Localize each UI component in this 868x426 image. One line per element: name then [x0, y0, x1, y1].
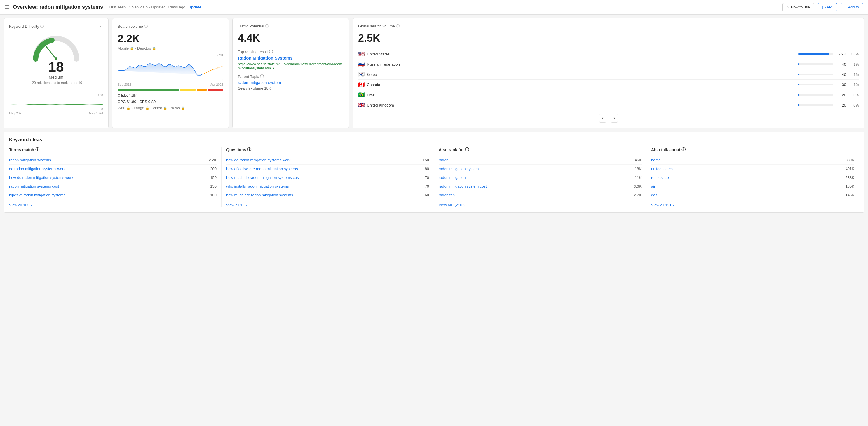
keyword-value: 200	[210, 167, 217, 171]
keyword-link[interactable]: how effective are radon mitigation syste…	[226, 167, 298, 171]
keyword-value: 11K	[635, 175, 642, 180]
top-ranking-result-title[interactable]: Radon Mitigation Systems	[238, 56, 343, 60]
kd-value: 18	[48, 59, 64, 75]
country-name: United States	[367, 52, 796, 56]
sv-axis-max: 2.9K	[217, 54, 223, 57]
svg-line-0	[45, 45, 56, 59]
country-name: Korea	[367, 72, 796, 77]
also-rank-for-view-all[interactable]: View all 1,210 ›	[439, 203, 642, 207]
tp-value: 4.4K	[238, 32, 343, 44]
also-rank-for-arrow: ›	[463, 203, 465, 207]
add-to-button[interactable]: + Add to	[841, 3, 863, 11]
country-flag: 🇨🇦	[358, 81, 365, 88]
country-value: 30	[836, 83, 846, 87]
kd-card-title: Keyword Difficulty ⓘ ⋮	[9, 24, 103, 29]
keyword-link[interactable]: types of radon mitigation systems	[9, 193, 65, 197]
keyword-value: 2.2K	[209, 158, 217, 162]
keyword-link[interactable]: radon mitigation system	[439, 167, 479, 171]
country-pct: 1%	[848, 62, 859, 67]
gsv-country-row: 🇺🇸 United States 2.2K 88%	[358, 49, 859, 59]
also-rank-for-help-icon[interactable]: ⓘ	[465, 147, 469, 152]
keyword-value: 80	[425, 167, 429, 171]
gsv-next-button[interactable]: ›	[611, 113, 618, 123]
also-talk-about-view-all[interactable]: View all 121 ›	[651, 203, 854, 207]
keyword-link[interactable]: radon mitigation systems cost	[9, 184, 59, 189]
keyword-link[interactable]: united states	[651, 167, 673, 171]
country-pct: 1%	[848, 83, 859, 87]
update-link[interactable]: Update	[189, 5, 202, 9]
terms-match-view-all[interactable]: View all 105 ›	[9, 203, 217, 207]
kd-ref: ~20 ref. domains to rank in top 10	[30, 81, 82, 85]
terms-match-column: Terms match ⓘ radon mitigation systems 2…	[9, 147, 221, 207]
keyword-link[interactable]: who installs radon mitigation systems	[226, 184, 289, 189]
terms-match-title: Terms match ⓘ	[9, 147, 217, 152]
sv-help-icon[interactable]: ⓘ	[144, 24, 148, 29]
gsv-prev-button[interactable]: ‹	[599, 113, 606, 123]
gsv-card-title: Global search volume ⓘ	[358, 24, 859, 29]
also-talk-about-title: Also talk about ⓘ	[651, 147, 854, 152]
keyword-link[interactable]: real estate	[651, 175, 669, 180]
country-flag: 🇧🇷	[358, 92, 365, 98]
keyword-value: 150	[210, 175, 217, 180]
keyword-link[interactable]: how much do radon mitigation systems cos…	[226, 175, 300, 180]
keyword-link[interactable]: how much are radon mitigation systems	[226, 193, 293, 197]
keyword-link[interactable]: home	[651, 158, 661, 162]
questions-title: Questions ⓘ	[226, 147, 429, 152]
keyword-ideas-grid: Terms match ⓘ radon mitigation systems 2…	[9, 147, 859, 207]
country-pct: 0%	[848, 93, 859, 97]
list-item: who installs radon mitigation systems 70	[226, 182, 429, 191]
keyword-link[interactable]: radon mitigation system cost	[439, 184, 487, 189]
keyword-link[interactable]: radon fan	[439, 193, 455, 197]
header-meta: First seen 14 Sep 2015 · Updated 3 days …	[109, 5, 202, 9]
terms-match-items: radon mitigation systems 2.2K do radon m…	[9, 156, 217, 199]
keyword-value: 46K	[635, 158, 642, 162]
keyword-link[interactable]: how do radon mitigation systems work	[9, 175, 73, 180]
country-bar-fill	[798, 94, 799, 96]
how-to-use-button[interactable]: ? How to use	[782, 3, 814, 11]
list-item: types of radon mitigation systems 100	[9, 191, 217, 199]
country-flag: 🇺🇸	[358, 51, 365, 57]
top-ranking-help-icon[interactable]: ⓘ	[269, 49, 273, 54]
keyword-link[interactable]: radon	[439, 158, 448, 162]
questions-items: how do radon mitigation systems work 150…	[226, 156, 429, 199]
keyword-value: 238K	[845, 175, 854, 180]
top-ranking-label: Top ranking result ⓘ	[238, 49, 343, 54]
keyword-link[interactable]: do radon mitigation systems work	[9, 167, 65, 171]
keyword-link[interactable]: air	[651, 184, 655, 189]
sv-axis-min: 0	[221, 77, 223, 80]
kd-more-icon[interactable]: ⋮	[98, 24, 103, 29]
gsv-help-icon[interactable]: ⓘ	[396, 24, 400, 29]
list-item: radon mitigation systems 2.2K	[9, 156, 217, 165]
keyword-link[interactable]: radon mitigation	[439, 175, 466, 180]
api-button[interactable]: { } API	[818, 3, 837, 11]
keyword-link[interactable]: how do radon mitigation systems work	[226, 158, 290, 162]
kd-help-icon[interactable]: ⓘ	[40, 24, 44, 29]
traffic-potential-card: Traffic Potential ⓘ 4.4K Top ranking res…	[232, 18, 349, 128]
tp-help-icon[interactable]: ⓘ	[265, 24, 269, 29]
keyword-difficulty-card: Keyword Difficulty ⓘ ⋮ 18 Medium ~20 ref…	[3, 18, 108, 128]
list-item: how do radon mitigation systems work 150	[9, 173, 217, 182]
sv-sub: Mobile 🔒 · Desktop 🔒	[118, 46, 223, 51]
keyword-link[interactable]: gas	[651, 193, 657, 197]
list-item: real estate 238K	[651, 173, 854, 182]
terms-match-help-icon[interactable]: ⓘ	[35, 147, 39, 152]
list-item: how much are radon mitigation systems 60	[226, 191, 429, 199]
keyword-link[interactable]: radon mitigation systems	[9, 158, 51, 162]
url-dropdown-icon[interactable]: ▾	[273, 66, 274, 70]
questions-help-icon[interactable]: ⓘ	[247, 147, 251, 152]
sv-cpc-cps: CPC $1.80 · CPS 0.80	[118, 99, 223, 104]
kd-label: Medium	[49, 75, 63, 80]
also-talk-about-help-icon[interactable]: ⓘ	[682, 147, 686, 152]
sv-value: 2.2K	[118, 33, 223, 45]
gsv-country-row: 🇬🇧 United Kingdom 20 0%	[358, 100, 859, 110]
list-item: radon mitigation 11K	[439, 173, 642, 182]
menu-icon[interactable]: ☰	[5, 4, 9, 10]
sv-more-icon[interactable]: ⋮	[219, 24, 223, 29]
parent-topic-help-icon[interactable]: ⓘ	[260, 74, 264, 79]
country-pct: 0%	[848, 103, 859, 107]
parent-topic-link[interactable]: radon mitigation system	[238, 80, 343, 85]
questions-view-all[interactable]: View all 19 ›	[226, 203, 429, 207]
page-title: Overview: radon mitigation systems	[13, 4, 103, 10]
top-ranking-url: https://www.health.state.mn.us/communiti…	[238, 62, 343, 70]
also-talk-about-items: home 839K united states 491K real estate…	[651, 156, 854, 199]
